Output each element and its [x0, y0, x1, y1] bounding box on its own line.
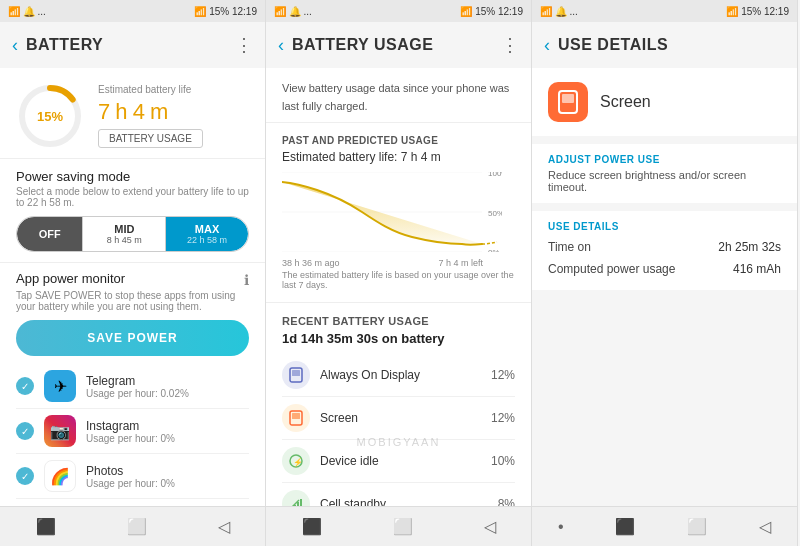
- back-button-3[interactable]: ‹: [544, 35, 550, 56]
- svg-rect-11: [292, 413, 300, 419]
- battery-title-bar: ‹ BATTERY ⋮: [0, 22, 265, 68]
- recent-header: RECENT BATTERY USAGE: [282, 315, 515, 327]
- app-icon-telegram: ✈: [44, 370, 76, 402]
- usage-content: View battery usage data since your phone…: [266, 68, 531, 506]
- usage-item-idle[interactable]: ⚡ Device idle 10%: [282, 440, 515, 483]
- app-icon-instagram: 📷: [44, 415, 76, 447]
- time-on-label: Time on: [548, 240, 591, 254]
- app-name-photos: Photos: [86, 464, 175, 478]
- nav-back-2[interactable]: ◁: [484, 517, 496, 536]
- chart-labels: 38 h 36 m ago 7 h 4 m left: [282, 258, 515, 268]
- est-label: Estimated battery life: [98, 84, 203, 95]
- est-life-text: Estimated battery life: 7 h 4 m: [282, 150, 515, 164]
- info-icon: ℹ: [244, 272, 249, 288]
- power-value: 416 mAh: [733, 262, 781, 276]
- usage-icon-idle: ⚡: [282, 447, 310, 475]
- nav-back-3[interactable]: ◁: [759, 517, 771, 536]
- more-menu-1[interactable]: ⋮: [235, 34, 253, 56]
- nav-dot-3: •: [558, 518, 564, 536]
- adjust-power-section: ADJUST POWER USE Reduce screen brightnes…: [532, 144, 797, 203]
- svg-text:50%: 50%: [488, 209, 502, 218]
- svg-text:⚡: ⚡: [293, 457, 303, 467]
- status-bar-1: 📶 🔔 ... 📶 15% 12:19: [0, 0, 265, 22]
- time-on-value: 2h 25m 32s: [718, 240, 781, 254]
- mode-off-button[interactable]: OFF: [17, 217, 82, 251]
- usage-pct-aod: 12%: [491, 368, 515, 382]
- mode-off-label: OFF: [39, 228, 61, 240]
- adjust-power-title: ADJUST POWER USE: [548, 154, 781, 165]
- usage-desc-text: View battery usage data since your phone…: [282, 82, 509, 112]
- battery-usage-button[interactable]: BATTERY USAGE: [98, 129, 203, 148]
- battery-info: Estimated battery life 7 h 4 m BATTERY U…: [98, 84, 203, 148]
- bottom-nav-3: • ⬛ ⬜ ◁: [532, 506, 797, 546]
- app-info-telegram: Telegram Usage per hour: 0.02%: [86, 374, 189, 399]
- app-name-telegram: Telegram: [86, 374, 189, 388]
- battery-chart: 100% 50% 0% 38 h 36 m ago 7 h 4 m left: [282, 172, 515, 262]
- svg-rect-15: [294, 505, 296, 506]
- svg-text:100%: 100%: [488, 172, 502, 178]
- usage-name-screen: Screen: [320, 411, 481, 425]
- details-title: USE DETAILS: [558, 36, 785, 54]
- battery-circle: 15%: [16, 82, 84, 150]
- status-icons-left-2: 📶 🔔 ...: [274, 6, 312, 17]
- app-check-instagram[interactable]: ✓: [16, 422, 34, 440]
- usage-description: View battery usage data since your phone…: [266, 68, 531, 118]
- mode-max-button[interactable]: MAX 22 h 58 m: [166, 217, 248, 251]
- status-icons-right-2: 📶 15% 12:19: [460, 6, 523, 17]
- status-icons-left-3: 📶 🔔 ...: [540, 6, 578, 17]
- app-name-instagram: Instagram: [86, 419, 175, 433]
- svg-rect-17: [300, 499, 302, 506]
- power-saving-subtitle: Select a mode below to extend your batte…: [16, 186, 249, 208]
- usage-item-cell[interactable]: Cell standby 8%: [282, 483, 515, 506]
- battery-usage-panel: 📶 🔔 ... 📶 15% 12:19 ‹ BATTERY USAGE ⋮ Vi…: [266, 0, 532, 546]
- nav-home-2[interactable]: ⬜: [393, 517, 413, 536]
- app-check-telegram[interactable]: ✓: [16, 377, 34, 395]
- more-menu-2[interactable]: ⋮: [501, 34, 519, 56]
- adjust-power-text: Reduce screen brightness and/or screen t…: [548, 169, 781, 193]
- usage-name-idle: Device idle: [320, 454, 481, 468]
- status-icons-left-1: 📶 🔔 ...: [8, 6, 46, 17]
- mode-mid-label: MID: [114, 223, 134, 235]
- nav-back-1[interactable]: ◁: [218, 517, 230, 536]
- usage-item-screen[interactable]: Screen 12%: [282, 397, 515, 440]
- nav-recent-3[interactable]: ⬛: [615, 517, 635, 536]
- app-check-photos[interactable]: ✓: [16, 467, 34, 485]
- nav-recent-2[interactable]: ⬛: [302, 517, 322, 536]
- app-usage-photos: Usage per hour: 0%: [86, 478, 175, 489]
- nav-home-3[interactable]: ⬜: [687, 517, 707, 536]
- app-item-photos: ✓ 🌈 Photos Usage per hour: 0%: [16, 454, 249, 499]
- details-app-header: Screen: [532, 68, 797, 136]
- mode-max-label: MAX: [195, 223, 219, 235]
- bottom-nav-2: ⬛ ⬜ ◁: [266, 506, 531, 546]
- details-title-bar: ‹ USE DETAILS: [532, 22, 797, 68]
- recent-usage-section: RECENT BATTERY USAGE 1d 14h 35m 30s on b…: [266, 307, 531, 506]
- power-mode-buttons: OFF MID 8 h 45 m MAX 22 h 58 m: [16, 216, 249, 252]
- use-details-title: USE DETAILS: [548, 221, 781, 232]
- details-app-name: Screen: [600, 93, 651, 111]
- past-predicted-title: PAST AND PREDICTED USAGE: [282, 135, 515, 146]
- usage-pct-cell: 8%: [498, 497, 515, 506]
- battery-panel: 📶 🔔 ... 📶 15% 12:19 ‹ BATTERY ⋮ 15% Esti…: [0, 0, 266, 546]
- status-icons-right-3: 📶 15% 12:19: [726, 6, 789, 17]
- nav-home-1[interactable]: ⬜: [127, 517, 147, 536]
- svg-rect-16: [297, 502, 299, 506]
- back-button-1[interactable]: ‹: [12, 35, 18, 56]
- mode-mid-button[interactable]: MID 8 h 45 m: [82, 217, 166, 251]
- status-bar-3: 📶 🔔 ... 📶 15% 12:19: [532, 0, 797, 22]
- power-row: Computed power usage 416 mAh: [548, 258, 781, 280]
- app-usage-instagram: Usage per hour: 0%: [86, 433, 175, 444]
- recent-time: 1d 14h 35m 30s on battery: [282, 331, 515, 346]
- power-saving-section: Power saving mode Select a mode below to…: [0, 159, 265, 262]
- chart-svg: 100% 50% 0%: [282, 172, 502, 252]
- app-item-instagram: ✓ 📷 Instagram Usage per hour: 0%: [16, 409, 249, 454]
- battery-title: BATTERY: [26, 36, 227, 54]
- usage-item-aod[interactable]: Always On Display 12%: [282, 354, 515, 397]
- usage-pct-idle: 10%: [491, 454, 515, 468]
- chart-note: The estimated battery life is based on y…: [282, 270, 515, 290]
- save-power-button[interactable]: SAVE POWER: [16, 320, 249, 356]
- usage-icon-aod: [282, 361, 310, 389]
- status-bar-2: 📶 🔔 ... 📶 15% 12:19: [266, 0, 531, 22]
- chart-right-label: 7 h 4 m left: [438, 258, 483, 268]
- nav-recent-1[interactable]: ⬛: [36, 517, 56, 536]
- back-button-2[interactable]: ‹: [278, 35, 284, 56]
